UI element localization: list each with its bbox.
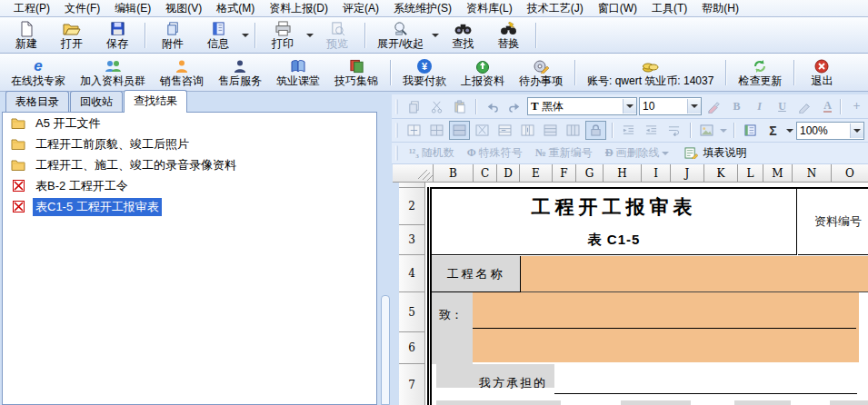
row-header[interactable]: 2	[399, 188, 425, 225]
zoom-combo[interactable]: 100%	[796, 122, 864, 140]
menu-craft[interactable]: 技术工艺(J)	[521, 0, 590, 17]
notebook-button[interactable]	[740, 121, 761, 140]
combo-dropdown[interactable]	[850, 123, 863, 138]
exit-button[interactable]: 退出	[799, 55, 844, 90]
open-folder-icon	[63, 21, 81, 37]
tab-recycle-bin[interactable]: 回收站	[70, 91, 123, 112]
combo-dropdown[interactable]	[623, 99, 636, 114]
column-header[interactable]: M	[763, 164, 793, 183]
row-header[interactable]: 7	[399, 364, 425, 405]
tree-item[interactable]: 表B-2 工程开工令	[3, 175, 376, 196]
save-button[interactable]: 保存	[95, 18, 140, 53]
menu-edit[interactable]: 编辑(E)	[108, 0, 157, 17]
print-button[interactable]: 打印	[260, 18, 305, 53]
tree-item[interactable]: 工程开工、施工、竣工的录音录像资料	[3, 154, 376, 175]
column-header[interactable]: B	[434, 164, 474, 183]
column-header[interactable]: K	[704, 164, 738, 183]
upload-data-button[interactable]: 上报资料	[454, 55, 512, 90]
todo-button[interactable]: 待办事项	[512, 55, 570, 90]
tree-item-selected[interactable]: 表C1-5 工程开工报审表	[3, 196, 376, 217]
menu-library[interactable]: 资料库(L)	[460, 0, 519, 17]
expand-dropdown[interactable]	[431, 20, 440, 51]
splitter-handle[interactable]	[381, 295, 390, 405]
column-header[interactable]: J	[671, 164, 704, 183]
project-name-input-cell[interactable]	[521, 256, 868, 292]
insert-column-button	[517, 121, 538, 140]
find-button[interactable]: 查找	[440, 18, 485, 53]
toolbar-grip[interactable]	[395, 145, 398, 161]
sales-consult-button[interactable]: 销售咨询	[153, 55, 211, 90]
after-sales-button[interactable]: 售后服务	[211, 55, 269, 90]
panel-splitter[interactable]	[377, 92, 392, 405]
info-button[interactable]: 信息	[195, 18, 241, 53]
toolbar-separator	[574, 60, 575, 85]
toolbar-grip[interactable]	[395, 99, 398, 114]
doc-number-cell[interactable]: 资料编号	[798, 189, 868, 255]
column-header[interactable]: H	[604, 164, 642, 183]
column-header[interactable]: C	[474, 164, 497, 183]
menu-tools[interactable]: 工具(T)	[645, 0, 693, 17]
column-header[interactable]: I	[642, 164, 671, 183]
row-header[interactable]: 4	[399, 255, 425, 292]
to-label-cell[interactable]: 致：	[432, 292, 473, 364]
highlight-pen-button	[794, 97, 815, 116]
replace-button[interactable]: 替换	[485, 18, 531, 53]
column-header[interactable]: E	[520, 164, 553, 183]
expand-collapse-button[interactable]: 展开/收起	[370, 18, 431, 53]
project-name-label-cell[interactable]: 工程名称	[432, 256, 521, 292]
underline-button: U	[772, 97, 793, 116]
column-header[interactable]: G	[576, 164, 604, 183]
tips-button[interactable]: 技巧集锦	[327, 55, 385, 90]
insert-row-button	[494, 121, 515, 140]
row-header[interactable]: 6	[399, 332, 425, 364]
font-name-combo[interactable]: T 黑体	[527, 97, 637, 115]
menu-view[interactable]: 视图(V)	[159, 0, 208, 17]
classroom-button[interactable]: 筑业课堂	[269, 55, 327, 90]
print-dropdown[interactable]	[305, 20, 314, 51]
format-toolbar-row2: Σ 100%	[392, 119, 868, 143]
row-header[interactable]: 3	[399, 225, 425, 255]
menu-report[interactable]: 资料上报(D)	[263, 0, 334, 17]
menu-window[interactable]: 窗口(W)	[592, 0, 644, 17]
undo-button[interactable]	[482, 97, 503, 116]
online-expert-button[interactable]: e 在线找专家	[4, 55, 73, 90]
to-input-cell[interactable]	[473, 292, 859, 362]
new-button[interactable]: 新建	[4, 18, 49, 53]
tab-search-results[interactable]: 查找结果	[124, 90, 187, 113]
column-header[interactable]: O	[832, 164, 868, 183]
open-button[interactable]: 打开	[49, 18, 95, 53]
chevron-down-icon	[786, 129, 793, 133]
menu-maintain[interactable]: 系统维护(S)	[387, 0, 458, 17]
row-header[interactable]: 5	[399, 292, 425, 332]
format-toolbar-row3: ¹²₃ 随机数 Φ 特殊符号 № 重新编号 Ð 画删除线	[392, 143, 868, 164]
column-header[interactable]: L	[738, 164, 763, 183]
fill-note-button[interactable]: 填表说明	[676, 145, 752, 162]
join-group-button[interactable]: 加入资料员群	[73, 55, 153, 90]
title-cell[interactable]: 工程开工报审表 表 C1-5	[432, 189, 797, 255]
font-size-combo[interactable]: 10	[639, 97, 702, 115]
menu-file[interactable]: 文件(F)	[58, 0, 106, 17]
column-header[interactable]: D	[497, 164, 520, 183]
redo-button[interactable]	[504, 97, 525, 116]
tree-item[interactable]: A5 开工文件	[3, 113, 376, 133]
next-row-cell-edge	[734, 400, 791, 405]
sum-button[interactable]: Σ	[763, 121, 783, 140]
toolbar-grip[interactable]	[395, 123, 398, 138]
toolbar-separator	[145, 23, 145, 48]
column-header[interactable]: N	[793, 164, 832, 183]
menu-project[interactable]: 工程(P)	[7, 0, 56, 17]
select-all-corner[interactable]	[393, 164, 434, 183]
menu-format[interactable]: 格式(M)	[210, 0, 261, 17]
tree-item[interactable]: 工程开工前原貌、竣工后照片	[3, 133, 376, 154]
info-dropdown[interactable]	[241, 20, 250, 51]
sum-dropdown[interactable]	[785, 122, 794, 139]
combo-dropdown[interactable]	[687, 99, 701, 114]
column-header[interactable]: F	[553, 164, 576, 183]
pay-button[interactable]: ¥ 我要付款	[395, 55, 454, 90]
attachment-button[interactable]: 附件	[150, 18, 195, 53]
menu-assess[interactable]: 评定(A)	[336, 0, 385, 17]
italic-button: I	[749, 97, 770, 116]
check-update-button[interactable]: 检查更新	[731, 55, 789, 90]
menu-help[interactable]: 帮助(H)	[695, 0, 745, 17]
tab-form-catalog[interactable]: 表格目录	[5, 91, 69, 112]
